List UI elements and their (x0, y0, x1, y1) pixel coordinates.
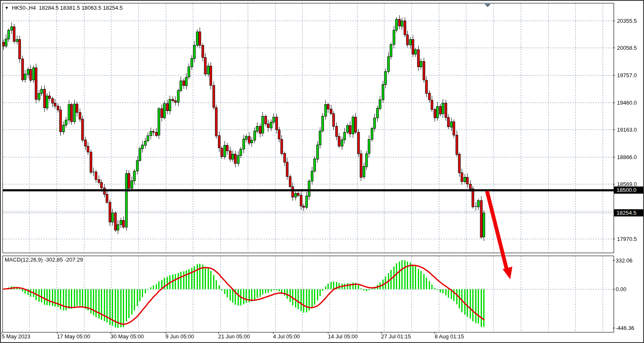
macd-tick-label: -446.36 (616, 325, 634, 331)
bid-price-badge: 18254.5 (614, 209, 644, 216)
price-tick-mark (613, 21, 615, 21)
time-tick-label: 30 May 05:00 (111, 333, 144, 340)
price-tick-label: 19163.0 (617, 127, 637, 133)
time-tick-mark (111, 332, 111, 334)
time-tick-mark (2, 332, 2, 334)
time-tick-label: 27 Jul 01:15 (381, 333, 411, 340)
time-tick-label: 17 May 05:00 (57, 333, 90, 340)
price-tick-label: 20058.5 (617, 44, 637, 51)
macd-tick-mark (613, 260, 615, 261)
time-tick-label: 5 May 2023 (2, 333, 30, 340)
price-tick-mark (613, 130, 615, 130)
macd-tick-label: 332.06 (616, 257, 633, 263)
symbol-marker-icon: ▼ (5, 6, 9, 10)
price-tick-mark (613, 48, 615, 48)
time-tick-mark (435, 332, 435, 334)
macd-indicator-label: MACD(12,26,9) -302.85 -207.29 (5, 257, 83, 263)
price-tick-label: 20355.5 (617, 17, 637, 24)
time-tick-label: 4 Jul 05:00 (273, 333, 300, 340)
price-tick-mark (613, 75, 615, 76)
level-price-badge: 18500.0 (614, 186, 644, 194)
time-tick-mark (165, 332, 166, 334)
time-tick-label: 9 Jun 05:00 (165, 333, 194, 340)
chart-title-ohlc: 18284.5 18381.5 18063.5 18254.5 (39, 5, 123, 11)
price-tick-label: 18569.0 (617, 181, 637, 187)
chart-title-symbol: HK50-,H4 (12, 5, 36, 11)
chart-window: ▼ HK50-,H4 18284.5 18381.5 18063.5 18254… (0, 0, 644, 343)
time-tick-mark (218, 332, 219, 334)
time-tick-mark (57, 332, 57, 334)
macd-tick-mark (613, 328, 615, 328)
price-tick-mark (613, 103, 615, 103)
time-tick-label: 8 Aug 01:15 (435, 333, 464, 340)
price-tick-label: 18866.0 (617, 154, 637, 160)
price-tick-mark (613, 184, 615, 184)
macd-tick-mark (613, 289, 615, 289)
price-tick-label: 19460.0 (617, 99, 637, 105)
time-tick-mark (328, 332, 328, 334)
time-tick-label: 14 Jul 05:00 (328, 333, 358, 340)
price-tick-label: 17970.5 (617, 235, 637, 242)
price-tick-mark (613, 157, 615, 157)
candlestick-chart-canvas[interactable] (1, 1, 643, 342)
time-tick-mark (381, 332, 382, 334)
chart-title: ▼ HK50-,H4 18284.5 18381.5 18063.5 18254… (5, 5, 123, 11)
price-tick-mark (613, 239, 615, 239)
time-tick-mark (273, 332, 273, 334)
macd-tick-label: 0.00 (616, 286, 626, 292)
price-tick-label: 19757.0 (617, 72, 637, 78)
time-tick-label: 21 Jun 05:00 (218, 333, 250, 340)
